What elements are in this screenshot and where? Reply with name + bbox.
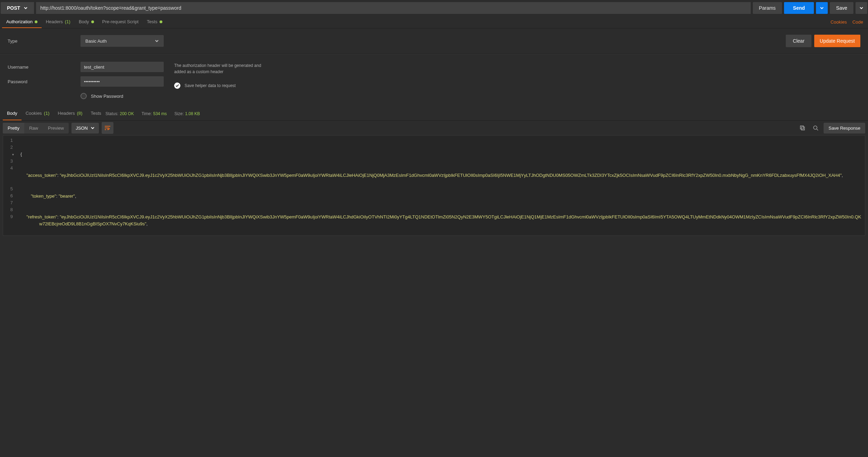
show-password-toggle[interactable] (80, 93, 87, 99)
tab-label: Authorization (6, 19, 33, 24)
username-input[interactable] (80, 62, 164, 72)
line-gutter: 1 2 3 4 5 6 7 8 9 (3, 137, 16, 220)
wrap-lines-button[interactable] (102, 122, 113, 134)
send-button[interactable]: Send (784, 2, 814, 14)
tab-body[interactable]: Body (75, 16, 98, 28)
update-request-button[interactable]: Update Request (814, 35, 860, 47)
chevron-down-icon (859, 6, 863, 10)
chevron-down-icon (820, 6, 824, 10)
view-pretty[interactable]: Pretty (3, 123, 24, 133)
auth-type-select[interactable]: Basic Auth (80, 35, 164, 47)
method-label: POST (7, 5, 20, 11)
resp-tab-body[interactable]: Body (3, 107, 22, 120)
show-password-label: Show Password (91, 94, 123, 99)
wrap-icon (104, 126, 111, 130)
chevron-down-icon (24, 6, 28, 10)
tab-headers[interactable]: Headers (1) (42, 16, 75, 28)
save-helper-checkbox[interactable] (174, 83, 180, 89)
svg-point-2 (814, 126, 817, 129)
size-meta: Size:1.08 KB (175, 111, 200, 116)
clear-button[interactable]: Clear (786, 35, 811, 47)
save-helper-label: Save helper data to request (185, 83, 236, 89)
resp-tab-headers[interactable]: Headers (8) (54, 107, 87, 120)
type-label: Type (8, 38, 80, 44)
check-icon (175, 84, 179, 88)
select-value: Basic Auth (85, 38, 107, 44)
tab-count: (1) (65, 19, 70, 24)
resp-tab-cookies[interactable]: Cookies (1) (22, 107, 54, 120)
tab-label: Headers (58, 111, 75, 116)
save-response-button[interactable]: Save Response (824, 123, 865, 133)
tab-label: Tests (91, 111, 101, 116)
status-dot-icon (91, 20, 94, 23)
tab-count: (8) (77, 111, 83, 116)
tab-authorization[interactable]: Authorization (2, 16, 42, 28)
svg-rect-0 (800, 126, 803, 129)
tab-label: Cookies (26, 111, 42, 116)
search-icon (813, 125, 818, 131)
tab-prerequest[interactable]: Pre-request Script (98, 16, 143, 28)
tab-label: Tests (147, 19, 157, 24)
copy-icon (800, 125, 805, 131)
code-content: ▾{ "access_token": "eyJhbGciOiJIUzI1NiIs… (17, 137, 863, 236)
tab-label: Headers (46, 19, 63, 24)
response-body[interactable]: 1 2 3 4 5 6 7 8 9 ▾{ "access_token": "ey… (3, 135, 865, 236)
method-dropdown[interactable]: POST (1, 2, 34, 14)
view-mode-segment: Pretty Raw Preview (3, 123, 69, 133)
format-dropdown[interactable]: JSON (71, 123, 99, 133)
password-input[interactable] (80, 76, 164, 87)
code-link[interactable]: Code (850, 19, 866, 25)
password-label: Password (8, 79, 80, 84)
tab-label: Pre-request Script (102, 19, 139, 24)
save-button[interactable]: Save (830, 2, 853, 14)
helper-text: The authorization header will be generat… (174, 62, 271, 75)
copy-button[interactable] (797, 123, 808, 133)
cookies-link[interactable]: Cookies (828, 19, 850, 25)
save-dropdown-button[interactable] (856, 2, 867, 14)
view-preview[interactable]: Preview (43, 123, 69, 133)
username-label: Username (8, 64, 80, 70)
params-button[interactable]: Params (753, 2, 782, 14)
chevron-down-icon (155, 39, 159, 43)
status-dot-icon (35, 20, 37, 23)
status-dot-icon (160, 20, 162, 23)
search-button[interactable] (810, 123, 821, 133)
tab-tests[interactable]: Tests (143, 16, 166, 28)
send-dropdown-button[interactable] (816, 2, 828, 14)
format-label: JSON (76, 126, 88, 131)
status-meta: Status:200 OK (105, 111, 134, 116)
view-raw[interactable]: Raw (24, 123, 43, 133)
chevron-down-icon (91, 126, 95, 130)
tab-count: (1) (44, 111, 50, 116)
resp-tab-tests[interactable]: Tests (87, 107, 105, 120)
url-input[interactable] (36, 2, 750, 14)
svg-rect-1 (801, 127, 805, 130)
time-meta: Time:534 ms (142, 111, 167, 116)
tab-label: Body (79, 19, 89, 24)
tab-label: Body (7, 111, 17, 116)
